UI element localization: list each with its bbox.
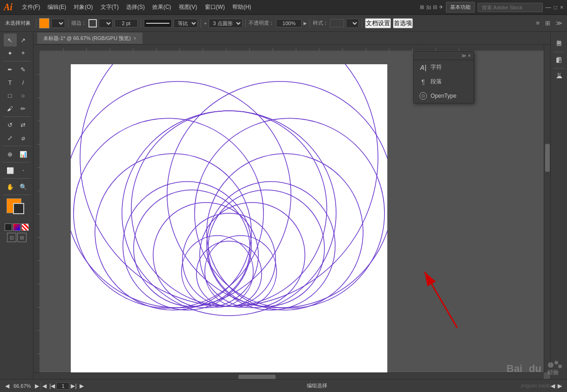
stroke-width-input[interactable] (115, 19, 138, 27)
artboard[interactable]: .spiral-circle { fill: none; stroke: #66… (71, 64, 387, 379)
page-first-btn[interactable]: |◀ (48, 383, 56, 389)
horizontal-scrollbar[interactable] (34, 372, 544, 379)
character-label: 字符 (431, 63, 442, 71)
tool-warp[interactable]: ⌀ (17, 131, 30, 144)
tool-ellipse[interactable]: ○ (17, 89, 30, 102)
zoom-level: 66.67% (11, 383, 34, 389)
stroke-swatch[interactable] (13, 203, 24, 214)
tool-direct-select[interactable]: ↗ (17, 34, 30, 47)
menu-view[interactable]: 视图(V) (175, 1, 201, 13)
panel-properties[interactable]: ⊞ 属性 (556, 40, 562, 48)
none-color-btn[interactable] (5, 223, 12, 231)
fill-type-select[interactable]: ▼ (51, 19, 65, 28)
icon-send: ✈ (439, 4, 443, 10)
view-btn-1[interactable]: ⊡ (7, 233, 16, 242)
toolbar-collapse-icon[interactable]: ≫ (554, 20, 564, 27)
zoom-out-btn[interactable]: ▶ (34, 383, 40, 389)
tool-pen[interactable]: ✒ (4, 63, 17, 76)
menu-object[interactable]: 对象(O) (70, 1, 96, 13)
page-input[interactable] (56, 382, 69, 390)
doc-settings-button[interactable]: 文档设置 (365, 18, 391, 28)
horizontal-scroll-thumb[interactable] (238, 375, 276, 379)
svg-rect-20 (34, 51, 40, 372)
toolbar-sep-3 (141, 19, 141, 28)
menu-edit[interactable]: 编辑(E) (44, 1, 70, 13)
canvas-tabs: 未标题-1* @ 66.67% (RGB/GPU 预览) × (34, 32, 550, 45)
workspace-button[interactable]: 基本功能 (446, 2, 475, 13)
panel-item-character[interactable]: A| 字符 (414, 60, 473, 74)
fill-color-swatch[interactable] (39, 18, 49, 28)
right-panel-icons: ⊞ 属性 ◧ 图层 ☁ 库 (550, 32, 567, 379)
float-panel-close[interactable]: × (468, 53, 471, 58)
svg-point-50 (80, 64, 378, 306)
float-panel-pin[interactable]: ≫ (461, 53, 466, 58)
panel-item-paragraph[interactable]: ¶ 段落 (414, 74, 473, 89)
menu-window[interactable]: 窗口(W) (201, 1, 229, 13)
tab-close-icon[interactable]: × (134, 36, 136, 41)
tools-sep-3 (3, 146, 31, 146)
right-icon-sep-2 (554, 68, 565, 68)
zoom-in-btn[interactable]: ◀ (4, 383, 11, 389)
line-style-preview[interactable] (144, 19, 172, 27)
tool-reflect[interactable]: ⇄ (17, 118, 30, 131)
opacity-arrow: ▶ (304, 21, 307, 26)
vertical-scrollbar[interactable] (544, 45, 550, 372)
page-next-btn[interactable]: ▶ (78, 383, 85, 389)
gradient-btn[interactable] (13, 223, 20, 231)
toolbar: 未选择对象 ▼ 描边： ▼ 等比 + 3 点圆形 不透明度： ▶ 样式： ▼ 文… (0, 15, 567, 32)
tool-brush[interactable]: 🖌 (4, 102, 17, 115)
stock-search-input[interactable] (478, 3, 543, 12)
svg-point-38 (200, 203, 305, 308)
panel-layers[interactable]: ◧ 图层 (556, 56, 562, 64)
tool-pencil[interactable]: ✏ (17, 102, 30, 115)
tool-add-anchor[interactable]: ✎ (17, 63, 30, 76)
vertical-scroll-thumb[interactable] (545, 144, 550, 172)
tool-column-graph[interactable]: 📊 (17, 148, 30, 161)
tool-line[interactable]: / (17, 76, 30, 89)
panel-item-opentype[interactable]: O OpenType (414, 89, 473, 103)
panel-library[interactable]: ☁ 库 (556, 72, 562, 81)
opacity-input[interactable] (276, 19, 302, 27)
toolbar-panel-icon[interactable]: ⊞ (543, 20, 552, 27)
tool-rect[interactable]: □ (4, 89, 17, 102)
toolbar-more-icon[interactable]: ≡ (534, 20, 541, 27)
style-select[interactable]: ▼ (346, 19, 359, 28)
preferences-button[interactable]: 首选项 (393, 18, 413, 28)
menu-effect[interactable]: 效果(C) (148, 1, 175, 13)
canvas-corner (34, 45, 40, 51)
tool-zoom[interactable]: 🔍 (17, 180, 30, 193)
window-minimize[interactable]: — (546, 4, 551, 11)
window-maximize[interactable]: □ (554, 4, 557, 11)
tool-hand[interactable]: ✋ (4, 180, 17, 193)
tool-type[interactable]: T (4, 76, 17, 89)
tool-select[interactable]: ↖ (4, 34, 17, 47)
tool-magic-wand[interactable]: ✦ (4, 47, 17, 60)
tool-symbol-spray[interactable]: ⊕ (4, 148, 17, 161)
status-nav-right[interactable]: ▶ (556, 383, 563, 389)
view-btn-2[interactable]: ⊟ (17, 233, 27, 242)
menu-text[interactable]: 文字(T) (97, 1, 122, 13)
toolbar-sep-7 (362, 19, 362, 28)
status-nav-left[interactable]: ◀ (549, 383, 556, 389)
paragraph-icon: ¶ (419, 78, 427, 86)
point-style-select[interactable]: 3 点圆形 (209, 19, 243, 28)
status-message: 编组选择 (307, 382, 327, 389)
tool-lasso[interactable]: ⌖ (17, 47, 30, 60)
menu-help[interactable]: 帮助(H) (229, 1, 255, 13)
line-style-select[interactable]: 等比 (174, 19, 198, 28)
tool-rotate[interactable]: ↺ (4, 118, 17, 131)
stroke-type-select[interactable]: ▼ (99, 19, 113, 28)
menu-select[interactable]: 选择(S) (122, 1, 148, 13)
stroke-color-swatch[interactable] (88, 19, 97, 27)
page-last-btn[interactable]: ▶| (69, 383, 78, 389)
page-prev-btn[interactable]: ◀ (41, 383, 48, 389)
tool-artboard[interactable]: ⬜ (4, 164, 17, 177)
toolbar-sep-1 (36, 19, 36, 28)
tool-slice[interactable]: ⬝ (17, 164, 30, 177)
tool-scale[interactable]: ⤢ (4, 131, 17, 144)
pattern-btn[interactable] (21, 223, 29, 231)
window-close[interactable]: × (560, 4, 563, 11)
style-label: 样式： (313, 20, 328, 27)
canvas-tab-1[interactable]: 未标题-1* @ 66.67% (RGB/GPU 预览) × (37, 33, 142, 44)
menu-file[interactable]: 文件(F) (18, 1, 44, 13)
